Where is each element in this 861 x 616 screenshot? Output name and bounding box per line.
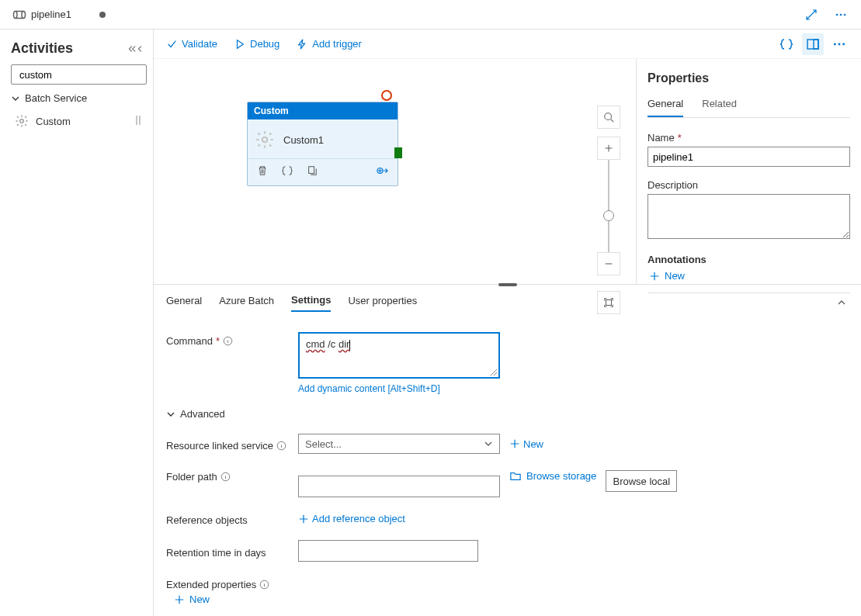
bp-tab-azure-batch[interactable]: Azure Batch: [219, 295, 274, 311]
svg-point-3: [840, 13, 842, 16]
svg-point-6: [20, 119, 24, 123]
panel-resize-handle[interactable]: [498, 283, 517, 286]
ref-obj-label: Reference objects: [166, 511, 298, 526]
folder-path-input[interactable]: [298, 476, 500, 497]
bp-tab-settings[interactable]: Settings: [291, 294, 331, 312]
zoom-in-icon[interactable]: [597, 137, 620, 160]
bp-tab-user-props[interactable]: User properties: [348, 295, 417, 311]
json-icon[interactable]: [280, 164, 294, 178]
fullscreen-icon[interactable]: [800, 4, 822, 26]
tab-bar: pipeline1: [0, 0, 861, 29]
rls-new-button[interactable]: New: [509, 438, 543, 450]
add-connection-icon[interactable]: [376, 164, 390, 178]
validation-error-icon[interactable]: [381, 90, 392, 101]
props-desc-label: Description: [647, 179, 850, 191]
bp-tab-general[interactable]: General: [166, 295, 202, 311]
sidebar-collapse-icon[interactable]: [127, 43, 145, 54]
chevron-down-icon: [166, 410, 175, 419]
retention-input[interactable]: [298, 540, 478, 562]
retention-label: Retention time in days: [166, 544, 298, 559]
activities-sidebar: Activities Batch Service Custom: [0, 29, 154, 616]
svg-point-1: [22, 11, 26, 18]
more-toolbar-icon[interactable]: [828, 33, 850, 55]
ext-props-new-button[interactable]: New: [174, 594, 210, 605]
svg-point-14: [262, 137, 268, 143]
props-desc-input[interactable]: [647, 194, 850, 239]
gear-icon: [254, 129, 276, 151]
command-textarea[interactable]: cmd /c dir: [298, 332, 500, 379]
svg-rect-9: [807, 40, 818, 49]
activity-custom[interactable]: Custom: [11, 109, 147, 133]
props-annotations-label: Annotations: [647, 254, 850, 265]
add-trigger-button[interactable]: Add trigger: [295, 35, 363, 53]
bottom-panel: General Azure Batch Settings User proper…: [154, 284, 861, 616]
gear-icon: [14, 113, 30, 129]
advanced-toggle[interactable]: Advanced: [166, 408, 849, 420]
zoom-out-icon[interactable]: [597, 252, 620, 275]
info-icon[interactable]: [276, 441, 286, 451]
dynamic-content-link[interactable]: Add dynamic content [Alt+Shift+D]: [298, 383, 593, 394]
chevron-down-icon: [11, 94, 20, 103]
bolt-icon: [297, 39, 307, 50]
props-name-label: Name*: [647, 132, 850, 144]
info-icon[interactable]: [223, 336, 233, 346]
svg-rect-10: [814, 40, 818, 49]
svg-rect-15: [309, 167, 314, 174]
rls-select[interactable]: Select...: [298, 434, 500, 454]
folder-label: Folder path: [166, 468, 298, 483]
properties-panel: Properties General Related Name* Descrip…: [636, 59, 861, 284]
copy-icon[interactable]: [305, 164, 319, 178]
props-tab-related[interactable]: Related: [702, 98, 737, 117]
svg-rect-7: [136, 116, 137, 125]
zoom-slider[interactable]: [608, 160, 609, 211]
activity-node-custom1[interactable]: Custom Custom1: [247, 102, 398, 186]
pipeline-toolbar: Validate Debug Add trigger: [154, 29, 861, 59]
properties-toggle-icon[interactable]: [802, 33, 824, 55]
info-icon[interactable]: [220, 472, 231, 482]
zoom-search-icon[interactable]: [597, 106, 620, 129]
success-connector[interactable]: [394, 147, 402, 158]
tab-pipeline1[interactable]: pipeline1: [6, 5, 112, 23]
plus-icon: [298, 514, 309, 524]
json-view-icon[interactable]: [776, 33, 797, 55]
tab-modified-dot[interactable]: [99, 12, 106, 18]
browse-local-button[interactable]: Browse local: [606, 470, 677, 492]
rls-label: Resource linked service: [166, 437, 298, 452]
drag-handle-icon: [134, 115, 144, 128]
plus-icon: [509, 438, 520, 449]
plus-icon: [649, 271, 660, 282]
sidebar-title: Activities: [11, 40, 73, 57]
properties-title: Properties: [647, 71, 850, 85]
browse-storage-button[interactable]: Browse storage: [509, 470, 596, 482]
add-ref-obj-button[interactable]: Add reference object: [298, 513, 405, 524]
design-canvas[interactable]: Custom Custom1: [154, 59, 636, 284]
play-icon: [234, 39, 245, 50]
props-name-input[interactable]: [647, 147, 850, 167]
debug-button[interactable]: Debug: [233, 35, 281, 53]
validate-button[interactable]: Validate: [165, 35, 219, 53]
command-label: Command*: [166, 332, 298, 347]
svg-point-2: [836, 13, 838, 16]
node-type-label: Custom: [248, 102, 398, 119]
node-name: Custom1: [283, 134, 324, 146]
props-tab-general[interactable]: General: [647, 98, 683, 117]
pipeline-icon: [12, 9, 26, 20]
svg-point-0: [14, 11, 18, 18]
info-icon[interactable]: [259, 580, 269, 590]
tab-label: pipeline1: [31, 9, 71, 20]
svg-point-12: [838, 43, 841, 45]
category-batch-service[interactable]: Batch Service: [11, 85, 147, 109]
svg-point-13: [842, 43, 845, 45]
ext-props-label: Extended properties: [166, 576, 269, 590]
folder-icon: [509, 471, 522, 482]
chevron-down-icon: [484, 439, 493, 448]
svg-rect-8: [139, 116, 141, 125]
activities-search[interactable]: [11, 64, 147, 85]
zoom-knob[interactable]: [603, 210, 614, 221]
plus-icon: [174, 594, 185, 605]
svg-point-17: [605, 113, 612, 120]
delete-icon[interactable]: [255, 164, 269, 178]
panel-collapse-icon[interactable]: [836, 297, 847, 310]
more-icon[interactable]: [830, 4, 852, 26]
search-input[interactable]: [19, 69, 150, 81]
